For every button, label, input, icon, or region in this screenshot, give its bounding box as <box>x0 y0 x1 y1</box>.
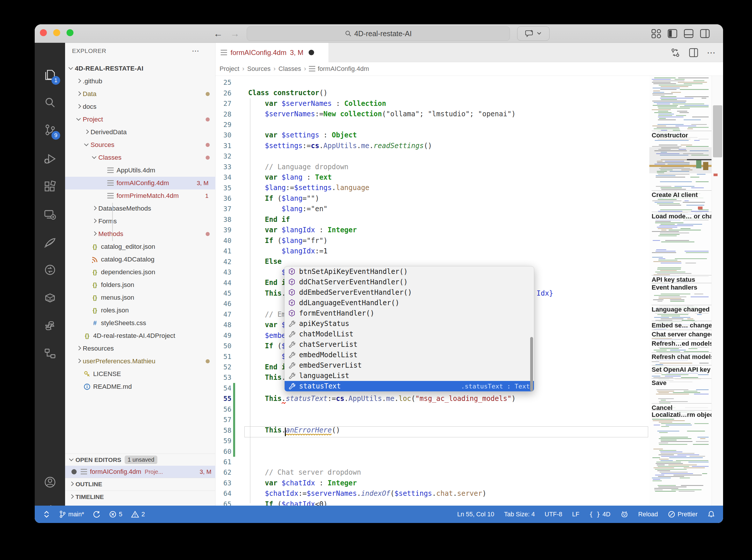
code-line[interactable]: 57 <box>216 415 649 425</box>
code-line[interactable]: 58 This.anErrorHere() <box>216 425 649 435</box>
breadcrumb-project[interactable]: Project <box>220 65 239 73</box>
popup-scrollbar[interactable] <box>530 337 533 392</box>
tree-item[interactable]: Classes <box>65 151 216 164</box>
code-line[interactable]: 32 <box>216 151 649 161</box>
open-editors-section[interactable]: OPEN EDITORS 1 unsaved <box>65 454 216 466</box>
code-line[interactable]: 64 $chatIdx:=$serverNames.indexOf($setti… <box>216 488 649 499</box>
overview-ruler[interactable] <box>712 76 723 506</box>
code-line[interactable]: 25 <box>216 77 649 88</box>
explorer-more-actions-icon[interactable]: ⋯ <box>192 46 200 56</box>
completion-item[interactable]: embedServerList <box>285 360 534 371</box>
code-line[interactable]: 39 var $langIdx : Integer <box>216 225 649 235</box>
command-center-search[interactable]: 4D-real-restate-AI <box>247 26 510 41</box>
minimap-slider[interactable] <box>649 147 712 173</box>
tree-item[interactable]: DerivedData <box>65 126 216 139</box>
statusbar-item[interactable]: Prettier <box>668 511 698 518</box>
code-line[interactable]: 41 $langIdx:=1 <box>216 246 649 256</box>
tree-item[interactable]: {} roles.json <box>65 304 216 317</box>
code-line[interactable]: 61 <box>216 457 649 467</box>
breadcrumb-sources[interactable]: Sources <box>247 65 271 73</box>
remote-explorer-icon[interactable] <box>42 207 58 223</box>
open-changes-icon[interactable] <box>670 48 680 58</box>
statusbar-item[interactable]: { } 4D <box>589 511 610 518</box>
code-line[interactable]: 38 End if <box>216 214 649 225</box>
code-line[interactable]: 34 var $lang : Text <box>216 172 649 182</box>
completion-item[interactable]: chatModelList <box>285 329 534 339</box>
split-editor-icon[interactable] <box>689 48 698 57</box>
code-line[interactable]: 40 If ($lang="fr") <box>216 236 649 246</box>
code-line[interactable]: 37 $lang:="en" <box>216 204 649 214</box>
explorer-icon[interactable]: 1 <box>42 67 58 83</box>
tree-item[interactable]: README.md <box>65 380 216 393</box>
dirty-dot-icon[interactable] <box>309 50 314 55</box>
open-editor-item[interactable]: formAIConfig.4dm Proje... 3, M <box>65 466 216 478</box>
statusbar-item[interactable] <box>43 511 50 518</box>
code-line[interactable]: 33 // Language dropdown <box>216 162 649 172</box>
statusbar-item[interactable]: Ln 55, Col 10 <box>457 511 494 518</box>
tree-item[interactable]: DatabaseMethods <box>65 202 216 215</box>
statusbar-item[interactable]: UTF-8 <box>545 511 562 518</box>
tree-item[interactable]: docs <box>65 100 216 113</box>
completion-item[interactable]: embedModelList <box>285 350 534 360</box>
completion-item[interactable]: languageList <box>285 371 534 381</box>
completion-item[interactable]: apiKeyStatus <box>285 318 534 329</box>
tree-item[interactable]: formAIConfig.4dm 3, M <box>65 177 216 189</box>
code-line[interactable]: 55 This.statusText:=cs.AppUtils.me.loc("… <box>216 393 649 404</box>
tree-item[interactable]: userPreferences.Mathieu <box>65 355 216 368</box>
code-line[interactable]: 56 <box>216 404 649 415</box>
code-line[interactable]: 42 Else <box>216 256 649 267</box>
source-control-icon[interactable]: 9 <box>42 122 58 138</box>
customize-layout-icon[interactable] <box>651 29 661 38</box>
back-arrow-icon[interactable]: ← <box>214 28 223 39</box>
code-line[interactable]: 30 var $settings : Object <box>216 130 649 140</box>
forward-arrow-icon[interactable]: → <box>230 28 240 39</box>
tree-item[interactable]: Project <box>65 113 216 126</box>
code-line[interactable]: 35 $lang:=$settings.language <box>216 182 649 193</box>
statusbar-item[interactable]: Tab Size: 4 <box>504 511 535 518</box>
completion-item[interactable]: ddLanguageEventHandler() <box>285 298 534 308</box>
close-window-button[interactable] <box>40 29 47 36</box>
statusbar-item[interactable]: Reload <box>638 511 658 518</box>
breadcrumb-classes[interactable]: Classes <box>279 65 301 73</box>
statusbar-item[interactable] <box>93 511 100 518</box>
tree-item[interactable]: Methods <box>65 228 216 240</box>
code-line[interactable]: 31 $settings:=cs.AppUtils.me.readSetting… <box>216 141 649 151</box>
extensions-icon[interactable] <box>42 179 58 195</box>
completion-item[interactable]: btnSetApiKeyEventHandler() <box>285 266 534 277</box>
tree-item[interactable]: Data <box>65 88 216 100</box>
completion-item[interactable]: ddChatServerEventHandler() <box>285 277 534 287</box>
hierarchy-icon[interactable] <box>42 346 58 361</box>
tree-item[interactable]: formPrimeMatch.4dm 1 <box>65 189 216 202</box>
toggle-secondary-sidebar-icon[interactable] <box>700 29 710 38</box>
quill-icon[interactable] <box>42 235 58 250</box>
code-line[interactable]: 36 If ($lang="") <box>216 193 649 204</box>
completion-item[interactable]: ddEmbedServerEventHandler() <box>285 287 534 298</box>
tree-item[interactable]: {} folders.json <box>65 279 216 291</box>
code-line[interactable]: 60 <box>216 446 649 457</box>
statusbar-item[interactable]: LF <box>572 511 579 518</box>
minimize-window-button[interactable] <box>53 29 60 36</box>
statusbar-item[interactable]: 2 <box>131 511 145 518</box>
copilot-chat-button[interactable] <box>517 26 550 41</box>
tab-formaiconfig[interactable]: formAIConfig.4dm 3, M <box>216 43 329 62</box>
tree-item[interactable]: LICENSE <box>65 368 216 380</box>
tree-item[interactable]: AppUtils.4dm <box>65 164 216 177</box>
editor-more-actions-icon[interactable]: ⋯ <box>707 47 716 58</box>
tree-item[interactable]: 4D-REAL-RESTATE-AI <box>65 62 216 75</box>
code-line[interactable]: 27 var $serverNames : Collection <box>216 98 649 109</box>
tree-item[interactable]: Forms <box>65 215 216 228</box>
search-icon[interactable] <box>42 95 58 111</box>
statusbar-item[interactable] <box>708 511 715 518</box>
statusbar-item[interactable]: 5 <box>109 511 122 518</box>
code-line[interactable]: 28 $serverNames:=New collection("ollama"… <box>216 109 649 119</box>
code-line[interactable]: 59 <box>216 436 649 446</box>
code-line[interactable]: 65 If ($chatIdx<0) <box>216 499 649 506</box>
scrollbar-thumb[interactable] <box>713 105 722 157</box>
toggle-primary-sidebar-icon[interactable] <box>668 29 677 38</box>
code-line[interactable]: 62 // Chat server dropdown <box>216 467 649 478</box>
code-line[interactable]: 29 <box>216 119 649 130</box>
tree-item[interactable]: {} catalog_editor.json <box>65 240 216 253</box>
breadcrumb-file[interactable]: formAIConfig.4dm <box>318 65 369 73</box>
tree-item[interactable]: .github <box>65 75 216 88</box>
tree-item[interactable]: Resources <box>65 342 216 355</box>
